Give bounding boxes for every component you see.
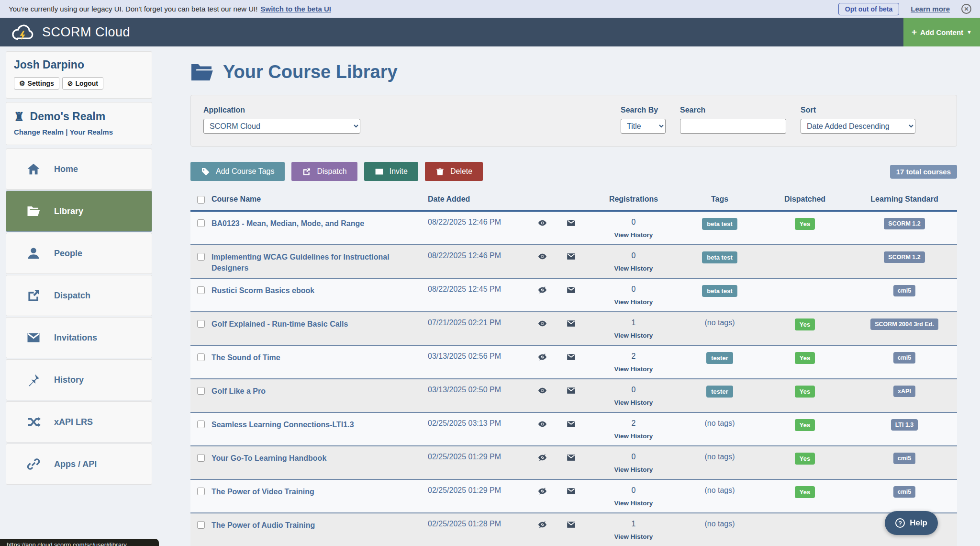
- invite-envelope-icon[interactable]: [556, 386, 586, 395]
- help-button[interactable]: ? Help: [885, 511, 938, 535]
- view-history-link[interactable]: View History: [586, 533, 681, 540]
- opt-out-of-beta-button[interactable]: Opt out of beta: [838, 3, 900, 15]
- select-all-checkbox[interactable]: [197, 196, 205, 204]
- course-name-link[interactable]: Seamless Learning Connections-LTI1.3: [212, 419, 428, 430]
- banner-close-icon[interactable]: ✕: [961, 4, 971, 14]
- sidebar-item-xapi-lrs[interactable]: xAPI LRS: [6, 401, 152, 443]
- visibility-icon[interactable]: [528, 218, 556, 228]
- learning-standard-badge: SCORM 1.2: [884, 218, 924, 229]
- table-row: Golf Explained - Run-time Basic Calls 07…: [190, 312, 957, 346]
- view-history-link[interactable]: View History: [586, 500, 681, 507]
- switch-to-beta-link[interactable]: Switch to the beta UI: [260, 5, 331, 13]
- application-select[interactable]: SCORM Cloud: [203, 119, 360, 134]
- view-history-link[interactable]: View History: [586, 466, 681, 473]
- dispatch-button[interactable]: Dispatch: [291, 162, 357, 181]
- main-content: Your Course Library Application SCORM Cl…: [190, 46, 957, 546]
- visibility-icon[interactable]: [528, 420, 556, 429]
- row-checkbox[interactable]: [197, 421, 205, 428]
- row-checkbox[interactable]: [197, 521, 205, 529]
- visibility-icon[interactable]: [528, 285, 556, 295]
- invite-envelope-icon[interactable]: [556, 487, 586, 496]
- sidebar-nav: HomeLibraryPeopleDispatchInvitationsHist…: [6, 148, 152, 485]
- course-name-link[interactable]: Your Go-To Learning Handbook: [212, 453, 428, 464]
- realm-card: ♜ Demo's Realm Change Realm|Your Realms: [6, 102, 152, 145]
- learning-standard-badge: cmi5: [893, 453, 916, 464]
- sidebar-item-home[interactable]: Home: [6, 148, 152, 190]
- row-checkbox[interactable]: [197, 353, 205, 361]
- sidebar-item-invitations[interactable]: Invitations: [6, 317, 152, 358]
- view-history-link[interactable]: View History: [586, 399, 681, 406]
- row-checkbox[interactable]: [197, 320, 205, 328]
- add-content-button[interactable]: + Add Content ▼: [903, 18, 980, 46]
- registrations-count: 0: [632, 285, 636, 293]
- no-tags-label: (no tags): [704, 520, 735, 528]
- visibility-icon[interactable]: [528, 453, 556, 462]
- registrations-count: 0: [632, 386, 636, 394]
- row-checkbox[interactable]: [197, 454, 205, 462]
- status-url-tooltip: https://app.cloud.scorm.com/sc/user#libr…: [0, 539, 159, 546]
- invite-envelope-icon[interactable]: [556, 319, 586, 328]
- beta-banner: You're currently using our legacy UI. Do…: [0, 0, 980, 18]
- change-realm-link[interactable]: Change Realm: [14, 128, 64, 136]
- search-by-select[interactable]: Title: [621, 119, 666, 134]
- sidebar-item-apps-api[interactable]: Apps / API: [6, 444, 152, 485]
- invite-envelope-icon[interactable]: [556, 285, 586, 295]
- table-row: Your Go-To Learning Handbook 02/25/2025 …: [190, 446, 957, 480]
- add-course-tags-button[interactable]: Add Course Tags: [190, 162, 285, 181]
- learning-standard-badge: xAPI: [893, 386, 915, 397]
- invite-button[interactable]: Invite: [364, 162, 418, 181]
- pin-icon: [26, 373, 41, 387]
- sidebar-item-history[interactable]: History: [6, 359, 152, 400]
- date-added: 08/22/2025 12:45 PM: [428, 285, 528, 294]
- visibility-icon[interactable]: [528, 487, 556, 496]
- dispatched-badge: Yes: [795, 386, 815, 398]
- sidebar-item-dispatch[interactable]: Dispatch: [6, 275, 152, 316]
- home-icon: [26, 162, 41, 176]
- learning-standard-badge: SCORM 1.2: [884, 251, 924, 263]
- invite-envelope-icon[interactable]: [556, 453, 586, 462]
- logout-button[interactable]: ⊘ Logout: [62, 77, 103, 90]
- view-history-link[interactable]: View History: [586, 432, 681, 440]
- row-checkbox[interactable]: [197, 488, 205, 495]
- course-name-link[interactable]: Golf Explained - Run-time Basic Calls: [212, 318, 428, 330]
- row-checkbox[interactable]: [197, 286, 205, 294]
- sort-select[interactable]: Date Added Descending: [801, 119, 915, 134]
- visibility-icon[interactable]: [528, 386, 556, 395]
- view-history-link[interactable]: View History: [586, 365, 681, 373]
- sidebar-item-people[interactable]: People: [6, 233, 152, 274]
- view-history-link[interactable]: View History: [586, 265, 681, 272]
- your-realms-link[interactable]: Your Realms: [69, 128, 113, 136]
- column-learning-standard: Learning Standard: [852, 195, 957, 204]
- row-checkbox[interactable]: [197, 387, 205, 395]
- tag-badge: beta test: [702, 285, 737, 297]
- invite-envelope-icon[interactable]: [556, 420, 586, 429]
- eye-slash-icon: [538, 353, 547, 362]
- invite-envelope-icon[interactable]: [556, 252, 586, 261]
- row-checkbox[interactable]: [197, 253, 205, 261]
- invite-envelope-icon[interactable]: [556, 520, 586, 529]
- learn-more-link[interactable]: Learn more: [911, 5, 950, 13]
- learning-standard-badge: SCORM 2004 3rd Ed.: [870, 318, 938, 330]
- invite-envelope-icon[interactable]: [556, 353, 586, 362]
- course-name-link[interactable]: Implementing WCAG Guidelines for Instruc…: [212, 251, 428, 273]
- view-history-link[interactable]: View History: [586, 298, 681, 306]
- sidebar-item-library[interactable]: Library: [6, 191, 152, 232]
- search-input[interactable]: [680, 119, 786, 134]
- delete-button[interactable]: Delete: [425, 162, 483, 181]
- visibility-icon[interactable]: [528, 319, 556, 328]
- course-name-link[interactable]: The Power of Audio Training: [212, 520, 428, 531]
- settings-button[interactable]: ⚙ Settings: [14, 77, 59, 90]
- visibility-icon[interactable]: [528, 353, 556, 362]
- course-name-link[interactable]: The Sound of Time: [212, 352, 428, 363]
- course-name-link[interactable]: Rustici Scorm Basics ebook: [212, 285, 428, 296]
- course-name-link[interactable]: BA0123 - Mean, Median, Mode, and Range: [212, 218, 428, 229]
- visibility-icon[interactable]: [528, 520, 556, 529]
- course-name-link[interactable]: Golf Like a Pro: [212, 386, 428, 397]
- invite-envelope-icon[interactable]: [556, 218, 586, 228]
- row-checkbox[interactable]: [197, 219, 205, 227]
- table-row: BA0123 - Mean, Median, Mode, and Range 0…: [190, 212, 957, 245]
- visibility-icon[interactable]: [528, 252, 556, 261]
- view-history-link[interactable]: View History: [586, 231, 681, 239]
- course-name-link[interactable]: The Power of Video Training: [212, 486, 428, 497]
- view-history-link[interactable]: View History: [586, 332, 681, 339]
